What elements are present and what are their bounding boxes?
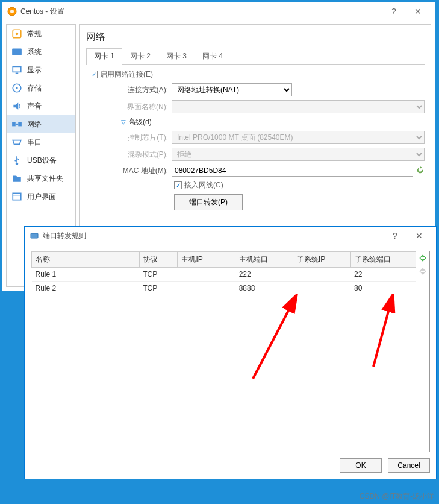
sidebar-item-audio[interactable]: 声音 — [7, 97, 75, 115]
svg-point-8 — [16, 87, 17, 89]
cell-guestport[interactable]: 80 — [350, 282, 416, 295]
cell-proto[interactable]: TCP — [139, 268, 178, 282]
mix-label: 混杂模式(P): — [121, 150, 168, 160]
sidebar-item-network[interactable]: 网络 — [7, 115, 75, 133]
rules-table-wrap: 名称协议主机IP主机端口子系统IP子系统端口 Rule 1TCP22222Rul… — [31, 251, 430, 452]
storage-icon — [11, 83, 22, 93]
audio-icon — [11, 101, 22, 112]
svg-rect-19 — [421, 271, 425, 272]
sidebar-item-general[interactable]: 常规 — [7, 25, 75, 43]
app-icon — [7, 7, 17, 16]
port-forward-dialog: 端口转发规则 ? ✕ 名称协议主机IP主机端口子系统IP子系统端口 Rule 1… — [24, 226, 437, 479]
ok-button[interactable]: OK — [340, 458, 382, 473]
network-icon — [11, 119, 22, 130]
help-button[interactable]: ? — [382, 7, 406, 16]
mac-input[interactable] — [172, 165, 413, 177]
cell-guestip[interactable] — [293, 282, 350, 295]
main-titlebar: Centos - 设置 ? ✕ — [2, 2, 435, 20]
svg-rect-5 — [13, 66, 21, 72]
cell-name[interactable]: Rule 2 — [32, 282, 140, 295]
tabs: 网卡 1网卡 2网卡 3网卡 4 — [86, 48, 425, 65]
sidebar-item-storage[interactable]: 存储 — [7, 79, 75, 97]
sidebar-item-serial[interactable]: 串口 — [7, 133, 75, 151]
svg-rect-9 — [12, 122, 16, 127]
display-icon — [11, 65, 22, 75]
col-header[interactable]: 主机端口 — [235, 252, 293, 268]
tab-adapter-4[interactable]: 网卡 4 — [195, 48, 231, 64]
sidebar-item-label: 串口 — [27, 137, 42, 148]
table-row[interactable]: Rule 1TCP22222 — [32, 268, 416, 282]
dialog-help-button[interactable]: ? — [383, 231, 407, 241]
enable-network-checkbox[interactable]: ✓ — [90, 71, 98, 78]
main-title: Centos - 设置 — [20, 7, 382, 17]
usb-icon — [11, 155, 22, 166]
chevron-down-icon: ▽ — [121, 119, 126, 125]
chip-select[interactable]: Intel PRO/1000 MT 桌面 (82540EM) — [172, 131, 425, 144]
chip-label: 控制芯片(T): — [121, 133, 168, 143]
mix-select[interactable]: 拒绝 — [172, 148, 425, 161]
cell-name[interactable]: Rule 1 — [32, 268, 140, 282]
cell-hostport[interactable]: 222 — [235, 268, 293, 282]
tab-adapter-2[interactable]: 网卡 2 — [122, 48, 158, 64]
enable-network-label: 启用网络连接(E) — [100, 69, 153, 80]
sidebar-item-label: 声音 — [27, 101, 42, 112]
sidebar-item-usb[interactable]: USB设备 — [7, 151, 75, 169]
connect-mode-label: 连接方式(A): — [121, 85, 168, 95]
mac-label: MAC 地址(M): — [121, 166, 168, 176]
table-row[interactable]: Rule 2TCP888880 — [32, 282, 416, 295]
svg-point-3 — [16, 33, 19, 36]
page-title: 网络 — [86, 31, 425, 43]
sidebar-item-label: 网络 — [27, 119, 42, 130]
dialog-icon — [30, 231, 39, 241]
dialog-title: 端口转发规则 — [43, 231, 383, 241]
connect-mode-select[interactable]: 网络地址转换(NAT) — [172, 83, 292, 96]
cell-hostip[interactable] — [178, 282, 235, 295]
close-button[interactable]: ✕ — [406, 7, 430, 16]
svg-rect-10 — [18, 122, 22, 127]
port-forward-button[interactable]: 端口转发(P) — [174, 194, 243, 210]
cable-checkbox[interactable]: ✓ — [174, 181, 182, 189]
sidebar-item-label: 存储 — [27, 83, 42, 93]
col-header[interactable]: 名称 — [32, 252, 140, 268]
advanced-toggle[interactable]: ▽高级(d) — [121, 117, 425, 127]
rules-table[interactable]: 名称协议主机IP主机端口子系统IP子系统端口 Rule 1TCP22222Rul… — [31, 251, 416, 295]
cell-proto[interactable]: TCP — [139, 282, 178, 295]
cell-hostip[interactable] — [178, 268, 235, 282]
col-header[interactable]: 子系统端口 — [350, 252, 416, 268]
col-header[interactable]: 协议 — [139, 252, 178, 268]
sidebar-item-display[interactable]: 显示 — [7, 61, 75, 79]
sidebar-item-label: 用户界面 — [27, 192, 56, 202]
col-header[interactable]: 子系统IP — [293, 252, 350, 268]
dialog-titlebar: 端口转发规则 ? ✕ — [25, 227, 436, 245]
refresh-mac-icon[interactable] — [416, 166, 425, 175]
svg-rect-4 — [12, 48, 22, 55]
cell-guestport[interactable]: 22 — [350, 268, 416, 282]
remove-rule-button[interactable] — [417, 266, 428, 277]
tab-adapter-3[interactable]: 网卡 3 — [158, 48, 195, 64]
sidebar-item-ui[interactable]: 用户界面 — [7, 187, 75, 206]
cell-hostport[interactable]: 8888 — [235, 282, 293, 295]
svg-rect-14 — [13, 193, 21, 200]
enable-network-row: ✓ 启用网络连接(E) — [90, 69, 425, 80]
shared-icon — [11, 173, 22, 184]
svg-rect-17 — [32, 235, 34, 235]
tab-adapter-1[interactable]: 网卡 1 — [86, 48, 122, 65]
sidebar-item-label: USB设备 — [27, 156, 57, 166]
sidebar-item-shared[interactable]: 共享文件夹 — [7, 169, 75, 187]
sidebar-item-label: 显示 — [27, 65, 42, 75]
svg-rect-18 — [32, 236, 35, 236]
general-icon — [11, 28, 22, 39]
cable-row: ✓ 接入网线(C) — [174, 180, 425, 191]
dialog-close-button[interactable]: ✕ — [407, 231, 431, 241]
cell-guestip[interactable] — [293, 268, 350, 282]
ifname-select[interactable] — [172, 100, 425, 113]
sidebar-item-system[interactable]: 系统 — [7, 43, 75, 61]
col-header[interactable]: 主机IP — [178, 252, 235, 268]
cancel-button[interactable]: Cancel — [388, 458, 430, 473]
svg-rect-6 — [16, 73, 19, 74]
add-rule-button[interactable] — [417, 253, 428, 263]
sidebar-item-label: 常规 — [27, 29, 42, 39]
sidebar-item-label: 共享文件夹 — [27, 174, 63, 184]
watermark: CSDN @IT教育-汤小洋 — [360, 491, 434, 502]
system-icon — [11, 46, 22, 57]
